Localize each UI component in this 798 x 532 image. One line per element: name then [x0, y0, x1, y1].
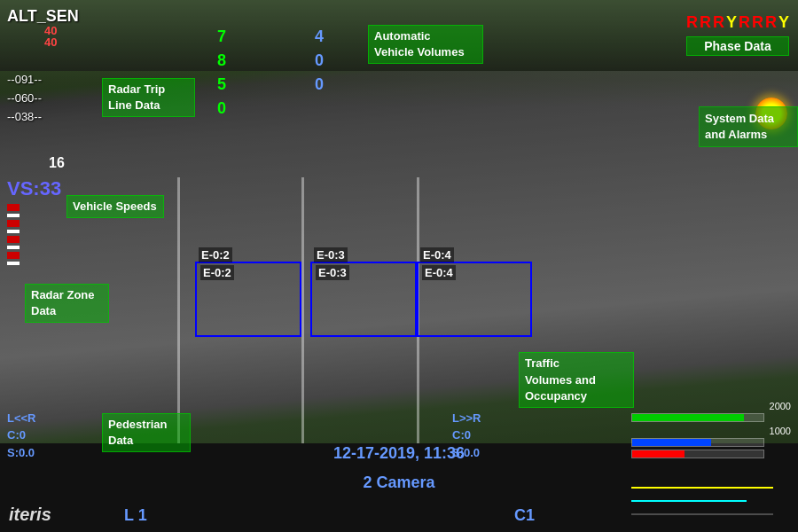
ped-direction-right: L>>R	[452, 410, 481, 427]
green-digit-4: 0	[217, 97, 226, 121]
c1-label: C1	[514, 506, 535, 525]
bar-segment-red	[7, 220, 20, 227]
bar-segment-white	[7, 214, 20, 217]
bar-segment-red	[7, 252, 20, 259]
vehicle-label-top-3: E-0:4	[420, 247, 454, 262]
camera-num: 2 Camera	[333, 468, 465, 497]
chart-value-1000: 1000	[631, 426, 791, 436]
vehicle-box-1: E-0:2 E-0:2	[195, 262, 301, 337]
bar-segment-white	[7, 246, 20, 249]
vehicle-label-top-1: E-0:2	[199, 247, 232, 262]
counter-red-bot: 40	[44, 36, 57, 48]
phase-R5: R	[752, 13, 763, 32]
chart-value-2000: 2000	[631, 401, 791, 411]
ped-s-left: S:0.0	[7, 444, 36, 462]
date-time: 12-17-2019, 11:36	[333, 439, 465, 467]
phase-R6: R	[765, 13, 777, 32]
blue-digit-3: 0	[315, 73, 324, 97]
bar-segment-red	[7, 204, 20, 211]
lane-mark	[177, 177, 180, 443]
main-container: ALT_SEN 40 40 7 8 5 0 4 0 0 --091-- --06…	[0, 0, 798, 532]
chart-row-3	[631, 450, 791, 458]
phase-Y1: Y	[726, 13, 737, 32]
ped-direction-left: L<<R	[7, 410, 36, 427]
vehicle-label-inner-3: E-0:4	[422, 265, 456, 280]
bottom-info: 12-17-2019, 11:36 2 Camera	[333, 439, 465, 497]
phase-label: Phase Data	[686, 36, 789, 56]
bar-segment-white	[7, 230, 20, 233]
chart-bar-bg-3	[631, 450, 764, 458]
vs-speed: VS:33	[7, 177, 61, 200]
counter-blue-column: 4 0 0	[315, 25, 324, 97]
chart-bar-fill-blue	[632, 439, 711, 446]
vehicle-box-3: E-0:4 E-0:4	[417, 262, 532, 337]
blue-digit-2: 0	[315, 49, 324, 73]
pedestrian-left: L<<R C:0 S:0.0	[7, 410, 36, 462]
chart-row-2	[631, 438, 791, 447]
traffic-chart: 2000 1000	[631, 401, 791, 461]
auto-vehicle-label: AutomaticVehicle Volumes	[368, 25, 483, 64]
phase-R1: R	[686, 13, 698, 32]
green-digit-3: 5	[217, 73, 226, 97]
counter-green-column: 7 8 5 0	[217, 25, 226, 121]
l1-label: L 1	[124, 506, 147, 525]
phase-letters: R R R Y R R R Y	[686, 13, 789, 32]
phase-R3: R	[713, 13, 724, 32]
radar-trip-label: Radar TripLine Data	[102, 78, 195, 117]
traffic-volumes-label: TrafficVolumes andOccupancy	[519, 352, 634, 408]
radar-indicator-bar	[7, 204, 20, 265]
system-data-label: System Data and Alarms	[699, 106, 798, 147]
bar-segment-white	[7, 262, 20, 265]
pedestrian-data-label: PedestrianData	[102, 413, 191, 452]
alt-sen-label: ALT_SEN	[7, 7, 79, 26]
speed-number: 16	[49, 155, 65, 171]
vehicle-box-2: E-0:3 E-0:3	[310, 262, 417, 337]
radar-line-1: --091--	[7, 71, 42, 90]
radar-line-2: --060--	[7, 90, 42, 108]
chart-bar-fill-red	[632, 450, 685, 458]
bar-segment-red	[7, 236, 20, 243]
iteris-logo: iteris	[9, 505, 51, 525]
chart-bar-fill-green	[632, 414, 744, 421]
small-chart	[631, 479, 791, 523]
vehicle-label-inner-1: E-0:2	[200, 265, 234, 280]
green-digit-2: 8	[217, 49, 226, 73]
radar-zone-label: Radar ZoneData	[25, 284, 109, 323]
radar-line-3: --038--	[7, 108, 42, 127]
ped-c-left: C:0	[7, 426, 36, 444]
green-digit-1: 7	[217, 25, 226, 49]
counter-red: 40 40	[44, 25, 57, 48]
lane-mark	[301, 177, 304, 443]
phase-R2: R	[700, 13, 711, 32]
vehicle-label-top-2: E-0:3	[314, 247, 348, 262]
blue-digit-1: 4	[315, 25, 324, 49]
phase-Y2: Y	[778, 13, 789, 32]
phase-R4: R	[739, 13, 750, 32]
chart-bar-bg-1	[631, 413, 764, 422]
phase-data-area: R R R Y R R R Y Phase Data	[686, 13, 789, 56]
radar-numbers: --091-- --060-- --038--	[7, 71, 42, 126]
vehicle-label-inner-2: E-0:3	[316, 265, 349, 280]
small-chart-svg	[631, 479, 791, 523]
chart-row-1	[631, 413, 791, 422]
vehicle-speeds-label: Vehicle Speeds	[66, 195, 164, 218]
chart-bar-bg-2	[631, 438, 764, 447]
